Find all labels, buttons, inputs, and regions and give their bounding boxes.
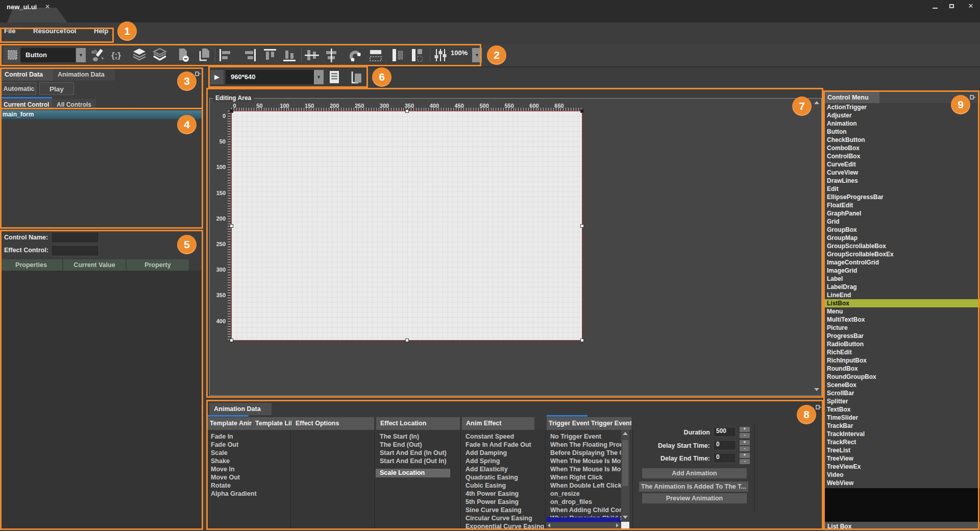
control-menu-item[interactable]: RichInputBox: [823, 356, 980, 365]
control-menu-item[interactable]: ControlBox: [823, 152, 980, 160]
control-menu-item[interactable]: LabelDrag: [823, 283, 980, 291]
control-menu-item[interactable]: TrackRect: [823, 438, 980, 446]
play-button[interactable]: Play: [39, 82, 74, 95]
remove-page-button[interactable]: [175, 46, 192, 64]
center-horizontal-button[interactable]: [323, 46, 340, 64]
control-menu-item[interactable]: GroupMap: [823, 234, 980, 242]
template-animation-item[interactable]: Move Out: [207, 473, 290, 481]
control-menu-item[interactable]: ProgressBar: [823, 332, 980, 340]
control-menu-item[interactable]: ImageControlGrid: [823, 258, 980, 267]
control-menu-item[interactable]: GroupScrollableBox: [823, 242, 980, 250]
anim-effect-item[interactable]: Add Elasticity: [461, 465, 545, 473]
duration-decrement-button[interactable]: -: [740, 433, 750, 438]
effect-location-item[interactable]: The Start (In): [376, 432, 460, 441]
vertical-scrollbar[interactable]: [621, 430, 629, 522]
resize-handle-top-left[interactable]: [230, 109, 233, 113]
resize-handle-bottom-left[interactable]: [230, 339, 233, 342]
scroll-down-icon[interactable]: [814, 388, 819, 391]
menu-help[interactable]: Help: [94, 27, 108, 35]
delay-start-input[interactable]: 0: [713, 440, 736, 450]
template-animation-item[interactable]: Move In: [207, 465, 290, 473]
template-animation-item[interactable]: Shake: [207, 457, 290, 465]
match-height-button[interactable]: [408, 46, 426, 64]
control-menu-item[interactable]: TextBox: [823, 405, 980, 414]
scroll-down-icon[interactable]: [623, 516, 628, 519]
resize-handle-top-right[interactable]: [580, 109, 584, 113]
anim-effect-item[interactable]: Cubic Easing: [461, 481, 545, 490]
scroll-left-icon[interactable]: [548, 523, 550, 527]
automatic-button[interactable]: Automatic: [2, 82, 36, 95]
align-right-button[interactable]: [241, 46, 258, 64]
preview-play-button[interactable]: ▶: [210, 70, 224, 84]
control-menu-item[interactable]: RadioButton: [823, 340, 980, 348]
add-animation-button[interactable]: Add Animation: [642, 468, 747, 478]
delay-start-increment-button[interactable]: +: [740, 440, 750, 445]
control-menu-item[interactable]: TrackBar: [823, 422, 980, 430]
resize-handle-top-center[interactable]: [405, 109, 409, 113]
resolution-dropdown-arrow-icon[interactable]: ▼: [314, 70, 324, 84]
trigger-event-item[interactable]: on_drop_files: [546, 498, 621, 506]
resize-handle-middle-left[interactable]: [230, 224, 233, 228]
trigger-event-item[interactable]: When The Floating Promp: [546, 441, 621, 449]
pin-icon[interactable]: [194, 70, 201, 77]
tab-close-icon[interactable]: ✕: [45, 3, 50, 10]
control-menu-item[interactable]: TreeView: [823, 454, 980, 463]
trigger-event-tab[interactable]: Trigger Event: [589, 417, 631, 430]
pin-icon[interactable]: [815, 404, 821, 410]
control-menu-item[interactable]: RoundBox: [823, 365, 980, 373]
anim-effect-item[interactable]: Constant Speed: [461, 432, 545, 441]
control-menu-item[interactable]: EllipseProgressBar: [823, 193, 980, 201]
control-menu-item[interactable]: Splitter: [823, 397, 980, 405]
effect-location-item[interactable]: Start And End (Out In): [376, 457, 460, 465]
scroll-up-icon[interactable]: [814, 101, 819, 104]
control-menu-item[interactable]: Grid: [823, 218, 980, 226]
effect-location-header[interactable]: Effect Location: [376, 417, 460, 430]
bring-to-front-button[interactable]: [131, 46, 148, 64]
horizontal-scrollbar[interactable]: [546, 522, 621, 529]
anim-effect-header[interactable]: Anim Effect: [462, 417, 534, 430]
align-top-button[interactable]: [261, 46, 279, 64]
menu-tool[interactable]: Tool: [63, 27, 76, 35]
zoom-dropdown-arrow-icon[interactable]: ▼: [472, 48, 482, 62]
column-header-properties[interactable]: Properties: [0, 259, 62, 271]
resolution-list-button[interactable]: [327, 69, 341, 87]
trigger-event-tab[interactable]: Trigger Event: [547, 417, 589, 430]
anim-effect-item[interactable]: Add Damping: [461, 449, 545, 457]
copy-page-button[interactable]: [196, 46, 213, 64]
template-animation-item[interactable]: Rotate: [207, 481, 290, 490]
control-menu-item[interactable]: Picture: [823, 324, 980, 332]
column-header-current-value[interactable]: Current Value: [63, 259, 126, 271]
menu-file[interactable]: File: [4, 27, 15, 35]
template-animation-item[interactable]: Fade Out: [207, 441, 290, 449]
anim-effect-item[interactable]: Quadratic Easing: [461, 473, 545, 481]
trigger-event-item[interactable]: When Adding Child Contr: [546, 506, 621, 514]
control-menu-item[interactable]: MultiTextBox: [823, 316, 980, 324]
template-animation-item[interactable]: Scale: [207, 449, 290, 457]
effect-location-item[interactable]: The End (Out): [376, 441, 460, 449]
tab-animation-data[interactable]: Animation Data: [53, 68, 115, 81]
form-canvas[interactable]: [231, 111, 582, 341]
control-menu-item[interactable]: WebView: [823, 479, 980, 487]
delay-end-decrement-button[interactable]: -: [740, 459, 750, 464]
trigger-selected-row[interactable]: [546, 517, 621, 522]
resize-handle-bottom-center[interactable]: [405, 339, 409, 342]
resize-handle-bottom-right[interactable]: [580, 339, 584, 342]
control-type-combobox[interactable]: Button: [20, 48, 76, 62]
trigger-event-item[interactable]: When The Mouse Is Move: [546, 465, 621, 473]
maximize-button[interactable]: [946, 2, 958, 11]
trigger-event-item[interactable]: When The Mouse Is Move: [546, 457, 621, 465]
control-menu-item[interactable]: RoundGroupBox: [823, 373, 980, 381]
form-select-button[interactable]: [4, 46, 21, 64]
control-type-dropdown-arrow-icon[interactable]: ▼: [76, 48, 86, 62]
scroll-up-icon[interactable]: [623, 432, 628, 435]
anim-effect-item[interactable]: Fade In And Fade Out: [461, 441, 545, 449]
script-braces-button[interactable]: {;}: [109, 46, 127, 64]
control-menu-item[interactable]: Video: [823, 471, 980, 479]
anim-effect-item[interactable]: Circular Curve Easing: [461, 514, 545, 522]
control-menu-item[interactable]: ListBox: [823, 299, 980, 307]
template-animation-item[interactable]: Alpha Gradient: [207, 490, 290, 498]
control-menu-item[interactable]: ScrollBar: [823, 389, 980, 397]
minimize-button[interactable]: [929, 2, 941, 11]
control-menu-item[interactable]: FloatEdit: [823, 201, 980, 209]
snap-magnet-button[interactable]: [346, 46, 363, 64]
